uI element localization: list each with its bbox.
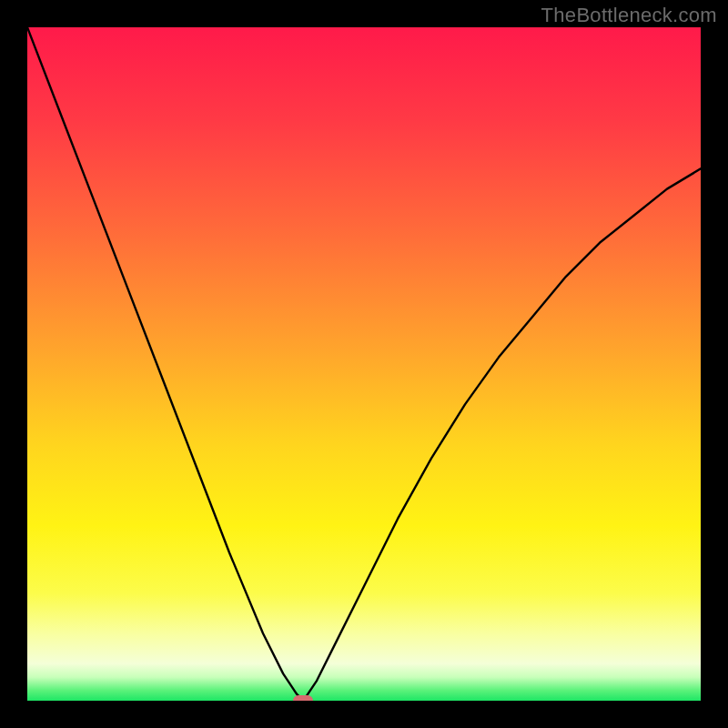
bottleneck-curve bbox=[27, 27, 701, 701]
optimal-point-marker bbox=[293, 695, 313, 701]
watermark-text: TheBottleneck.com bbox=[541, 4, 717, 27]
plot-area bbox=[27, 27, 701, 701]
chart-frame: TheBottleneck.com bbox=[0, 0, 728, 728]
